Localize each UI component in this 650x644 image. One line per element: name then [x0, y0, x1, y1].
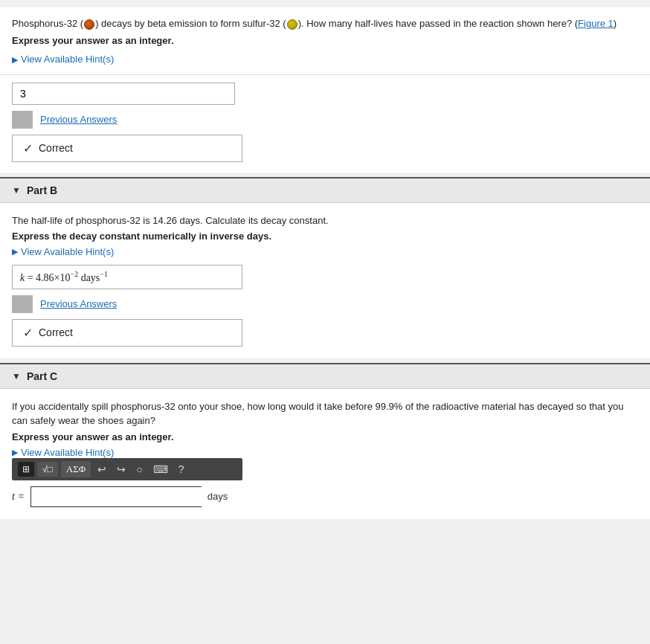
- sigma-btn[interactable]: AΣΦ: [61, 461, 91, 477]
- part-b-body: The half-life of phosphorus-32 is 14.26 …: [0, 203, 650, 358]
- part-b-header[interactable]: ▼ Part B: [0, 177, 650, 203]
- sigma-icon: AΣΦ: [66, 463, 86, 474]
- hint-toggle-b[interactable]: ▶ View Available Hint(s): [12, 246, 638, 257]
- part-b-express-note: Express the decay constant numerically i…: [12, 231, 638, 242]
- input-row-b: k = 4.86×10−2 days−1: [12, 265, 638, 289]
- check-icon-a: ✓: [23, 141, 33, 155]
- part-b-section: ▼ Part B The half-life of phosphorus-32 …: [0, 177, 650, 358]
- question-text: Phosphorus-32 () decays by beta emission…: [12, 16, 638, 31]
- hint-toggle-c[interactable]: ▶ View Available Hint(s): [12, 447, 638, 458]
- prev-answers-link-b[interactable]: Previous Answers: [40, 298, 117, 309]
- part-c-label: Part C: [27, 370, 57, 382]
- answer-area-a: Previous Answers ✓ Correct: [0, 75, 650, 173]
- redo-btn[interactable]: ↪: [113, 462, 129, 477]
- express-note: Express your answer as an integer.: [12, 33, 638, 48]
- reset-btn[interactable]: ○: [132, 462, 146, 477]
- page-container: Phosphorus-32 () decays by beta emission…: [0, 0, 650, 519]
- correct-box-b: ✓ Correct: [12, 319, 242, 347]
- formula-btn[interactable]: √□: [37, 462, 58, 477]
- question-intro-section: Phosphorus-32 () decays by beta emission…: [0, 7, 650, 75]
- hint-label-c: View Available Hint(s): [21, 447, 114, 458]
- undo-icon: ↩: [97, 463, 106, 475]
- correct-box-a: ✓ Correct: [12, 135, 242, 162]
- help-icon: ?: [178, 463, 184, 475]
- hint-arrow-icon: ▶: [12, 54, 18, 66]
- grid-btn[interactable]: ⊞: [18, 462, 34, 477]
- input-row-a: [12, 83, 638, 105]
- part-b-description: The half-life of phosphorus-32 is 14.26 …: [12, 213, 638, 228]
- answer-display-b: k = 4.86×10−2 days−1: [12, 265, 242, 289]
- t-input-row: t = days: [12, 486, 638, 507]
- correct-label-b: Correct: [39, 326, 73, 338]
- prev-answers-btn-b[interactable]: [12, 295, 33, 313]
- figure-link[interactable]: Figure 1: [578, 18, 614, 29]
- keyboard-btn[interactable]: ⌨: [149, 462, 172, 477]
- phosphorus-icon: [84, 19, 94, 30]
- prev-answers-row-b: Previous Answers: [12, 295, 638, 313]
- keyboard-icon: ⌨: [153, 463, 168, 475]
- part-c-description: If you accidentally spill phosphorus-32 …: [12, 399, 638, 428]
- part-c-arrow-icon: ▼: [12, 371, 21, 381]
- sulfur-icon: [287, 19, 297, 30]
- answer-input-a[interactable]: [12, 83, 235, 105]
- editor-toolbar: ⊞ √□ AΣΦ ↩ ↪ ○ ⌨: [12, 458, 242, 480]
- t-unit-label: days: [207, 491, 228, 502]
- part-c-body: If you accidentally spill phosphorus-32 …: [0, 389, 650, 519]
- part-b-arrow-icon: ▼: [12, 185, 21, 196]
- prev-answers-btn-a[interactable]: [12, 111, 33, 129]
- t-input[interactable]: [30, 486, 202, 507]
- hint-label-a: View Available Hint(s): [21, 52, 114, 67]
- t-label: t =: [12, 491, 25, 503]
- undo-btn[interactable]: ↩: [94, 462, 110, 477]
- hint-b-arrow-icon: ▶: [12, 247, 18, 257]
- part-c-header[interactable]: ▼ Part C: [0, 363, 650, 389]
- prev-answers-link-a[interactable]: Previous Answers: [40, 114, 117, 125]
- correct-label-a: Correct: [39, 142, 73, 154]
- hint-c-arrow-icon: ▶: [12, 448, 18, 457]
- part-c-section: ▼ Part C If you accidentally spill phosp…: [0, 363, 650, 519]
- help-btn[interactable]: ?: [175, 462, 188, 477]
- hint-toggle-a[interactable]: ▶ View Available Hint(s): [12, 52, 638, 67]
- part-c-express-note: Express your answer as an integer.: [12, 431, 638, 442]
- check-icon-b: ✓: [23, 326, 33, 340]
- redo-icon: ↪: [117, 463, 126, 475]
- grid-icon: ⊞: [22, 464, 30, 474]
- part-b-label: Part B: [27, 184, 57, 196]
- prev-answers-row-a: Previous Answers: [12, 111, 638, 129]
- k-expression: k = 4.86×10−2 days−1: [20, 270, 108, 284]
- hint-label-b: View Available Hint(s): [21, 246, 114, 257]
- reset-icon: ○: [136, 463, 142, 475]
- formula-icon: √□: [42, 464, 53, 474]
